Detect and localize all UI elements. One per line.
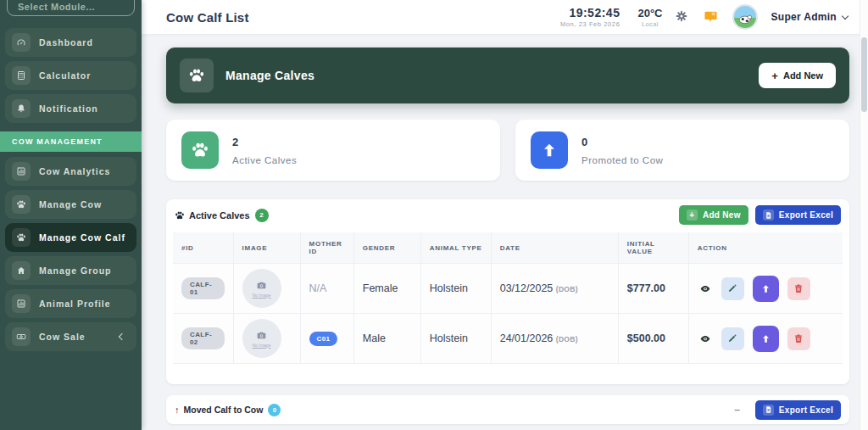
stat-card-promoted-to-cow: 0 Promoted to Cow bbox=[515, 120, 849, 181]
stat-value: 2 bbox=[232, 136, 297, 148]
sidebar-item-manage-cow[interactable]: Manage Cow bbox=[5, 190, 136, 219]
export-excel-label: Export Excel bbox=[779, 210, 833, 220]
sidebar-item-label: Animal Profile bbox=[39, 299, 111, 309]
sidebar-item-label: Dashboard bbox=[39, 37, 93, 47]
user-name: Super Admin bbox=[771, 11, 837, 23]
user-menu[interactable]: Super Admin bbox=[771, 11, 848, 23]
dashboard-gauge-icon bbox=[12, 33, 31, 52]
delete-button[interactable] bbox=[787, 327, 810, 350]
paw-icon bbox=[175, 210, 185, 221]
sidebar-item-cow-sale[interactable]: Cow Sale bbox=[5, 322, 136, 351]
collapse-button[interactable]: – bbox=[734, 404, 740, 416]
paw-icon bbox=[12, 195, 31, 214]
sidebar-section-cow-management: COW MANAGEMENT bbox=[0, 131, 142, 152]
money-icon bbox=[12, 327, 31, 346]
stats-row: 2 Active Calves 0 Promoted to Cow bbox=[166, 120, 849, 181]
export-excel-button[interactable]: Export Excel bbox=[755, 400, 841, 420]
no-image-label: No Image bbox=[253, 293, 271, 298]
promote-button[interactable] bbox=[753, 326, 779, 352]
head-actions: + Add New Export Excel bbox=[679, 205, 841, 225]
count-badge: 2 bbox=[255, 209, 269, 222]
sidebar-item-manage-cow-calf[interactable]: Manage Cow Calf bbox=[5, 223, 136, 252]
sidebar-item-notification[interactable]: Notification bbox=[5, 94, 136, 123]
col-animal-type: ANIMAL TYPE bbox=[420, 232, 491, 264]
animal-type-value: Holstein bbox=[430, 332, 468, 344]
col-image: IMAGE bbox=[233, 232, 300, 264]
image-placeholder[interactable]: No Image bbox=[242, 319, 281, 358]
topbar: Cow Calf List 19:52:45 Mon, 23 Feb 2026 … bbox=[142, 0, 868, 34]
no-image-label: No Image bbox=[253, 343, 271, 348]
view-button[interactable] bbox=[698, 332, 713, 344]
banner-title: Manage Calves bbox=[225, 69, 314, 82]
active-calves-header: Active Calves 2 + Add New Export Excel bbox=[166, 199, 849, 231]
main-area: Cow Calf List 19:52:45 Mon, 23 Feb 2026 … bbox=[142, 0, 868, 430]
edit-button[interactable] bbox=[721, 277, 744, 300]
moved-card-title: ↑ Moved Calf to Cow bbox=[175, 405, 263, 415]
moved-calf-card: ↑ Moved Calf to Cow 0 – Export Excel bbox=[166, 395, 849, 424]
add-new-button[interactable]: + Add New bbox=[759, 63, 836, 88]
view-button[interactable] bbox=[698, 282, 713, 294]
export-excel-button[interactable]: Export Excel bbox=[755, 205, 841, 225]
row-actions bbox=[698, 276, 834, 302]
arrow-up-icon bbox=[760, 283, 771, 294]
moved-card-actions: – Export Excel bbox=[734, 400, 841, 420]
trash-icon bbox=[793, 333, 804, 343]
clock-time: 19:52:45 bbox=[560, 6, 620, 20]
calf-id-badge: CALF-01 bbox=[181, 277, 225, 299]
dob-suffix: (DOB) bbox=[556, 335, 578, 343]
module-select[interactable]: Select Module... bbox=[7, 0, 135, 16]
stat-label: Promoted to Cow bbox=[581, 155, 663, 165]
sidebar-item-calculator[interactable]: Calculator bbox=[5, 61, 136, 90]
stat-text: 2 Active Calves bbox=[232, 136, 297, 165]
sidebar-item-cow-analytics[interactable]: Cow Analytics bbox=[5, 157, 136, 186]
weather-temperature: 20°C bbox=[637, 7, 662, 20]
file-excel-icon bbox=[763, 209, 774, 221]
card-title: Active Calves bbox=[175, 210, 250, 221]
promote-button[interactable] bbox=[753, 276, 779, 302]
topbar-right: 19:52:45 Mon, 23 Feb 2026 20°C Local Sup… bbox=[560, 4, 848, 30]
sidebar-item-label: Cow Analytics bbox=[39, 166, 110, 176]
col-id: #ID bbox=[173, 232, 233, 264]
clock: 19:52:45 Mon, 23 Feb 2026 bbox=[560, 6, 620, 28]
active-calves-card: Active Calves 2 + Add New Export Excel bbox=[166, 199, 849, 384]
sidebar-item-animal-profile[interactable]: Animal Profile bbox=[5, 289, 136, 318]
plus-icon: + bbox=[687, 209, 698, 221]
bar-chart-icon bbox=[12, 162, 31, 181]
camera-icon bbox=[255, 330, 268, 341]
weather-widget: 20°C Local bbox=[632, 7, 662, 28]
image-placeholder[interactable]: No Image bbox=[242, 269, 281, 308]
calf-id-badge: CALF-02 bbox=[181, 327, 225, 349]
col-action: ACTION bbox=[688, 232, 843, 264]
calves-table-wrap: #ID IMAGE MOTHER ID GENDER ANIMAL TYPE D… bbox=[173, 232, 843, 364]
gender-value: Male bbox=[363, 332, 386, 344]
chat-notification-icon[interactable] bbox=[703, 9, 720, 25]
sidebar-item-dashboard[interactable]: Dashboard bbox=[5, 28, 136, 57]
col-mother-id: MOTHER ID bbox=[300, 232, 353, 264]
sidebar-item-manage-group[interactable]: Manage Group bbox=[5, 256, 136, 285]
date-value: 24/01/2026 bbox=[500, 332, 554, 344]
arrow-up-icon bbox=[760, 333, 771, 344]
paw-icon bbox=[181, 131, 219, 169]
scrollbar-thumb[interactable] bbox=[861, 37, 867, 112]
file-excel-icon bbox=[763, 405, 774, 416]
pencil-icon bbox=[727, 333, 737, 343]
delete-button[interactable] bbox=[787, 277, 810, 300]
add-new-button[interactable]: + Add New bbox=[679, 205, 748, 225]
row-actions bbox=[698, 326, 834, 352]
chevron-left-icon bbox=[119, 333, 125, 340]
camera-icon bbox=[255, 280, 268, 291]
manage-calves-banner: Manage Calves + Add New bbox=[166, 47, 849, 103]
edit-button[interactable] bbox=[721, 327, 744, 350]
add-new-label: Add New bbox=[703, 210, 741, 220]
moved-title-label: Moved Calf to Cow bbox=[184, 405, 264, 415]
user-avatar[interactable] bbox=[732, 4, 758, 30]
scrollbar-track[interactable] bbox=[860, 0, 868, 430]
col-gender: GENDER bbox=[353, 232, 420, 264]
count-badge: 0 bbox=[268, 404, 281, 416]
chevron-down-icon bbox=[842, 12, 849, 19]
settings-gear-icon[interactable] bbox=[675, 9, 690, 25]
sidebar-item-label: Manage Cow bbox=[39, 199, 102, 209]
content: Manage Calves + Add New 2 Active Calves bbox=[142, 34, 868, 430]
date-value: 03/12/2025 bbox=[500, 282, 554, 294]
sidebar-item-label: Notification bbox=[39, 103, 98, 114]
